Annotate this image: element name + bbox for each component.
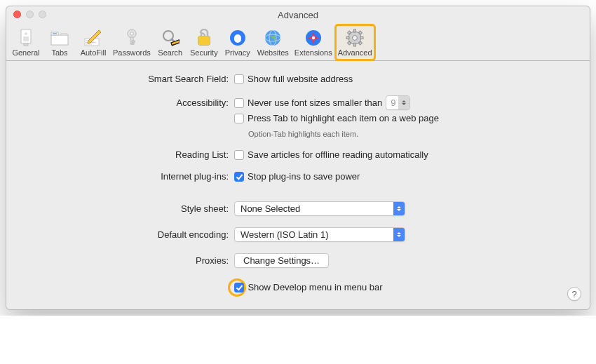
tab-label: Passwords (113, 48, 151, 57)
svg-point-2 (25, 32, 27, 35)
tab-privacy[interactable]: Privacy (221, 25, 255, 60)
show-develop-menu-checkbox[interactable] (234, 283, 244, 292)
save-offline-label: Save articles for offline reading automa… (248, 149, 428, 160)
tab-label: Extensions (294, 48, 332, 57)
show-develop-menu-label: Show Develop menu in menu bar (248, 282, 382, 292)
svg-rect-6 (53, 33, 57, 34)
security-icon (196, 27, 212, 48)
chevron-updown-icon (393, 202, 405, 215)
svg-rect-4 (51, 35, 68, 45)
change-settings-button[interactable]: Change Settings… (234, 253, 329, 268)
svg-rect-37 (360, 37, 363, 39)
maximize-window-button[interactable] (39, 11, 46, 18)
tab-advanced[interactable]: Advanced (335, 25, 375, 60)
press-tab-label: Press Tab to highlight each item on a we… (248, 113, 439, 123)
tab-label: General (12, 48, 39, 57)
tab-label: Advanced (338, 48, 372, 57)
tab-passwords[interactable]: Passwords (110, 25, 154, 60)
tab-extensions[interactable]: Extensions (292, 25, 335, 60)
smart-search-label: Smart Search Field: (34, 74, 234, 84)
svg-point-33 (353, 36, 358, 41)
svg-point-31 (312, 36, 315, 39)
svg-rect-7 (61, 34, 67, 35)
window-title: Advanced (13, 10, 583, 20)
websites-icon (264, 27, 282, 48)
preferences-toolbar: General Tabs AutoFill Passwords (6, 23, 590, 61)
default-encoding-select[interactable]: Western (ISO Latin 1) (234, 227, 405, 242)
svg-rect-34 (354, 29, 356, 32)
tabs-icon (50, 27, 69, 48)
svg-point-14 (130, 32, 133, 35)
accessibility-label: Accessibility: (34, 97, 234, 108)
min-font-size-select[interactable]: 9 (386, 95, 410, 110)
svg-rect-3 (23, 36, 29, 41)
tab-label: Websites (257, 48, 289, 57)
tab-security[interactable]: Security (187, 25, 221, 60)
search-icon (161, 27, 180, 48)
privacy-icon (229, 27, 247, 48)
plugins-label: Internet plug-ins: (34, 171, 234, 182)
svg-rect-25 (234, 34, 241, 43)
titlebar: Advanced (6, 6, 590, 23)
preferences-window: Advanced General Tabs AutoFill (6, 6, 590, 310)
stop-plugins-label: Stop plug-ins to save power (248, 171, 360, 182)
stop-plugins-checkbox[interactable] (234, 172, 244, 182)
close-window-button[interactable] (13, 11, 21, 18)
tab-label: Security (190, 48, 218, 57)
tab-label: Tabs (51, 48, 67, 57)
minimize-window-button[interactable] (26, 11, 34, 18)
extensions-icon (304, 27, 323, 48)
autofill-icon (83, 27, 103, 48)
min-font-size-label: Never use font sizes smaller than (248, 97, 382, 108)
proxies-label: Proxies: (34, 255, 234, 266)
tab-search[interactable]: Search (154, 25, 187, 60)
tab-label: Search (158, 48, 182, 57)
press-tab-checkbox[interactable] (234, 114, 244, 123)
tab-general[interactable]: General (9, 25, 43, 60)
svg-rect-35 (354, 43, 356, 46)
svg-rect-17 (132, 43, 134, 44)
reading-list-label: Reading List: (34, 149, 234, 160)
svg-rect-16 (132, 41, 135, 42)
show-full-url-label: Show full website address (248, 74, 353, 84)
chevron-updown-icon (398, 96, 409, 109)
content-area: Smart Search Field: Show full website ad… (6, 61, 590, 309)
passwords-icon (124, 27, 140, 48)
min-font-size-checkbox[interactable] (234, 98, 244, 108)
style-sheet-label: Style sheet: (34, 203, 234, 214)
svg-rect-36 (346, 37, 349, 39)
general-icon (18, 27, 34, 48)
chevron-updown-icon (393, 228, 405, 241)
svg-rect-23 (198, 36, 210, 45)
save-offline-checkbox[interactable] (234, 150, 244, 160)
style-sheet-select[interactable]: None Selected (234, 201, 405, 216)
tab-autofill[interactable]: AutoFill (76, 25, 110, 60)
show-full-url-checkbox[interactable] (234, 74, 244, 84)
default-encoding-label: Default encoding: (34, 229, 234, 240)
tab-label: Privacy (225, 48, 250, 57)
tab-websites[interactable]: Websites (255, 25, 292, 60)
tab-label: AutoFill (81, 48, 107, 57)
gear-icon (346, 27, 364, 48)
help-button[interactable]: ? (567, 287, 581, 301)
accessibility-subnote: Option-Tab highlights each item. (248, 130, 453, 138)
tab-tabs[interactable]: Tabs (43, 25, 76, 60)
svg-rect-1 (24, 43, 28, 46)
